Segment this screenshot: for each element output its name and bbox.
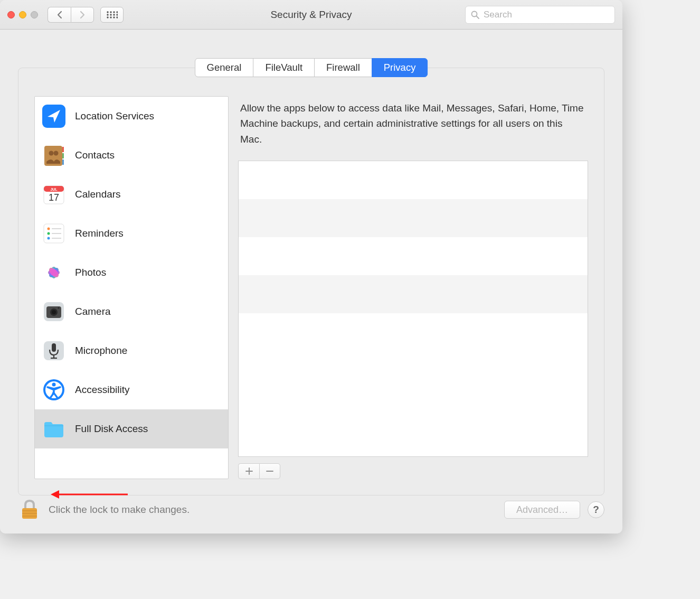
detail-description: Allow the apps below to access data like… bbox=[238, 96, 588, 161]
svg-point-1 bbox=[110, 11, 111, 13]
svg-point-5 bbox=[110, 14, 111, 15]
plus-icon bbox=[245, 467, 253, 475]
sidebar-item-label: Calendars bbox=[75, 189, 121, 200]
svg-text:JUL: JUL bbox=[50, 188, 58, 191]
svg-point-6 bbox=[113, 14, 115, 15]
app-list-row bbox=[239, 161, 588, 199]
app-list-row bbox=[239, 237, 588, 275]
sidebar-item-label: Accessibility bbox=[75, 384, 129, 396]
list-buttons bbox=[238, 463, 588, 479]
svg-point-2 bbox=[113, 11, 115, 13]
camera-icon bbox=[42, 300, 65, 323]
search-icon bbox=[471, 11, 479, 19]
sidebar-item-label: Location Services bbox=[75, 110, 154, 122]
svg-rect-16 bbox=[62, 147, 64, 152]
svg-rect-17 bbox=[62, 153, 64, 158]
app-list-row bbox=[239, 199, 588, 237]
sidebar-item-full-disk-access[interactable]: Full Disk Access bbox=[35, 409, 228, 448]
svg-point-28 bbox=[48, 232, 50, 235]
svg-point-9 bbox=[110, 16, 111, 18]
folder-icon bbox=[42, 417, 65, 441]
tab-general[interactable]: General bbox=[195, 58, 254, 77]
sidebar-item-label: Reminders bbox=[75, 228, 124, 239]
zoom-window-button[interactable] bbox=[31, 11, 38, 18]
svg-point-26 bbox=[48, 228, 50, 230]
photos-icon bbox=[42, 261, 65, 284]
back-button[interactable] bbox=[48, 7, 71, 23]
chevron-left-icon bbox=[56, 11, 63, 19]
svg-point-30 bbox=[48, 237, 50, 240]
search-input[interactable] bbox=[484, 10, 609, 20]
nav-segment bbox=[48, 7, 94, 23]
reminders-icon bbox=[42, 222, 65, 245]
app-list[interactable] bbox=[238, 161, 588, 457]
tab-firewall[interactable]: Firewall bbox=[314, 58, 372, 77]
sidebar-item-label: Full Disk Access bbox=[75, 423, 148, 435]
tab-filevault[interactable]: FileVault bbox=[253, 58, 315, 77]
lock-button[interactable] bbox=[18, 498, 41, 521]
svg-rect-18 bbox=[62, 160, 64, 165]
microphone-icon bbox=[42, 339, 65, 362]
sidebar-item-label: Photos bbox=[75, 267, 106, 278]
svg-point-11 bbox=[116, 16, 118, 18]
lock-hint-text: Click the lock to make changes. bbox=[49, 504, 190, 516]
sidebar-item-photos[interactable]: Photos bbox=[35, 253, 228, 292]
sidebar-item-microphone[interactable]: Microphone bbox=[35, 331, 228, 370]
svg-text:17: 17 bbox=[49, 192, 59, 203]
preferences-window: Security & Privacy General FileVault Fir… bbox=[0, 0, 622, 534]
content-area: General FileVault Firewall Privacy Locat… bbox=[0, 30, 622, 534]
minimize-window-button[interactable] bbox=[19, 11, 26, 18]
contacts-icon bbox=[42, 144, 65, 167]
chevron-right-icon bbox=[79, 11, 86, 19]
sidebar-item-camera[interactable]: Camera bbox=[35, 292, 228, 331]
sidebar-item-label: Camera bbox=[75, 306, 111, 317]
app-list-row bbox=[239, 275, 588, 313]
remove-button[interactable] bbox=[259, 463, 280, 479]
sidebar-item-calendars[interactable]: JUL17 Calendars bbox=[35, 175, 228, 214]
svg-point-8 bbox=[107, 16, 108, 18]
forward-button[interactable] bbox=[71, 7, 94, 23]
grid-icon bbox=[106, 11, 118, 19]
svg-rect-46 bbox=[52, 343, 56, 352]
titlebar: Security & Privacy bbox=[0, 0, 622, 30]
calendar-icon: JUL17 bbox=[42, 183, 65, 206]
tab-privacy[interactable]: Privacy bbox=[372, 58, 428, 77]
svg-line-13 bbox=[477, 16, 479, 18]
svg-point-3 bbox=[116, 11, 118, 13]
svg-point-4 bbox=[107, 14, 108, 15]
sidebar-item-accessibility[interactable]: Accessibility bbox=[35, 370, 228, 409]
privacy-panel: Location Services Contacts JUL17 Calenda… bbox=[18, 68, 604, 495]
sidebar-item-reminders[interactable]: Reminders bbox=[35, 214, 228, 253]
advanced-button[interactable]: Advanced… bbox=[504, 501, 580, 519]
svg-point-44 bbox=[58, 307, 60, 309]
close-window-button[interactable] bbox=[7, 11, 15, 18]
help-button[interactable]: ? bbox=[588, 501, 604, 518]
sidebar-item-label: Microphone bbox=[75, 345, 127, 357]
search-field[interactable] bbox=[465, 6, 615, 24]
svg-point-10 bbox=[113, 16, 115, 18]
svg-point-51 bbox=[52, 383, 56, 387]
show-all-button[interactable] bbox=[100, 7, 124, 23]
detail-pane: Allow the apps below to access data like… bbox=[238, 96, 588, 479]
footer: Click the lock to make changes. Advanced… bbox=[18, 495, 604, 524]
location-icon bbox=[42, 105, 65, 128]
tab-bar: General FileVault Firewall Privacy bbox=[195, 58, 428, 77]
svg-point-43 bbox=[52, 310, 56, 314]
minus-icon bbox=[266, 467, 273, 475]
svg-point-20 bbox=[54, 151, 59, 156]
sidebar-item-label: Contacts bbox=[75, 149, 115, 161]
privacy-sidebar: Location Services Contacts JUL17 Calenda… bbox=[34, 96, 229, 479]
sidebar-item-contacts[interactable]: Contacts bbox=[35, 136, 228, 175]
svg-point-7 bbox=[116, 14, 118, 15]
window-controls bbox=[7, 11, 38, 18]
add-button[interactable] bbox=[238, 463, 259, 479]
svg-point-19 bbox=[49, 151, 54, 156]
svg-point-0 bbox=[107, 11, 108, 13]
lock-icon bbox=[20, 499, 40, 521]
sidebar-item-location-services[interactable]: Location Services bbox=[35, 97, 228, 136]
accessibility-icon bbox=[42, 378, 65, 401]
